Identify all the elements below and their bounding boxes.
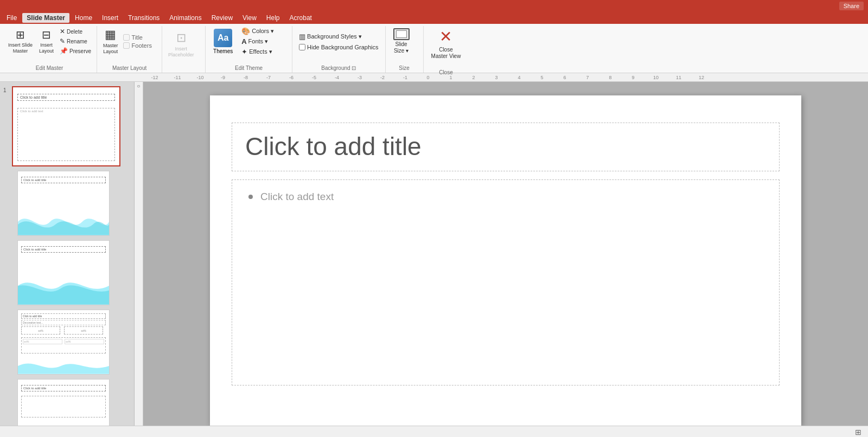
- insert-slide-master-button[interactable]: ⊞ Insert SlideMaster: [5, 27, 35, 55]
- slide-thumbnail-2[interactable]: Click to add title: [12, 171, 131, 236]
- edit-master-label: Edit Master: [5, 65, 93, 73]
- bullet-dot: [248, 195, 253, 199]
- themes-button[interactable]: Aa Themes: [209, 28, 237, 55]
- menu-file[interactable]: File: [2, 13, 21, 23]
- ribbon-group-size: SlideSize ▾ Size: [386, 26, 424, 73]
- slide-thumb-img-5: Click to add title: [17, 379, 110, 426]
- slide-panel: 1 Click to add title Click to add text C…: [0, 82, 135, 426]
- master-layout-button[interactable]: ▦ MasterLayout: [100, 27, 121, 56]
- close-master-icon: ✕: [437, 27, 455, 46]
- ribbon: ⊞ Insert SlideMaster ⊟ InsertLayout ✕ De…: [0, 24, 868, 73]
- main-slide: Click to add title Click to add text: [210, 95, 801, 426]
- theme-options-stack: 🎨 Colors ▾ A Fonts ▾ ✦ Effects ▾: [238, 27, 277, 56]
- effects-icon: ✦: [241, 48, 247, 56]
- preserve-icon: 📌: [60, 47, 68, 55]
- menu-view[interactable]: View: [238, 13, 261, 23]
- close-label: Close: [427, 69, 465, 77]
- menu-animations[interactable]: Animations: [165, 13, 206, 23]
- title-checkbox[interactable]: [123, 34, 130, 41]
- background-label: Background ⊡: [296, 65, 381, 73]
- slide-thumb-img-1: Click to add title Click to add text: [12, 86, 120, 166]
- ribbon-group-buttons-edit-theme: Aa Themes 🎨 Colors ▾ A Fonts ▾ ✦ Ef: [209, 26, 289, 65]
- themes-icon: Aa: [214, 29, 232, 47]
- background-styles-button[interactable]: ▥ Background Styles ▾: [296, 31, 381, 42]
- slide-thumbnail-4[interactable]: Click to add title Decorative text... xx…: [12, 310, 131, 375]
- insert-layout-icon: ⊟: [42, 28, 51, 41]
- hide-bg-checkbox[interactable]: [299, 44, 305, 50]
- insert-placeholder-label: [165, 71, 202, 73]
- slide-thumb-img-2: Click to add title: [17, 171, 110, 236]
- menu-review[interactable]: Review: [207, 13, 237, 23]
- fonts-icon: A: [241, 37, 246, 46]
- rename-icon: ✎: [60, 37, 65, 45]
- menu-home[interactable]: Home: [71, 13, 97, 23]
- preserve-button[interactable]: 📌 Preserve: [58, 47, 93, 55]
- master-layout-label: Master Layout: [100, 65, 158, 73]
- slide-number-1: 1: [3, 87, 7, 93]
- footers-checkbox[interactable]: [123, 42, 130, 49]
- footers-checkbox-label[interactable]: Footers: [123, 42, 152, 49]
- slide-thumb-img-4: Click to add title Decorative text... xx…: [17, 310, 110, 375]
- ribbon-content: ⊞ Insert SlideMaster ⊟ InsertLayout ✕ De…: [0, 24, 868, 73]
- master-layout-checkboxes: Title Footers: [123, 34, 152, 49]
- edit-theme-label: Edit Theme: [209, 65, 289, 73]
- slide-title-placeholder[interactable]: Click to add title: [232, 123, 780, 171]
- status-icon: ⊞: [855, 428, 861, 436]
- delete-button[interactable]: ✕ Delete: [58, 27, 93, 36]
- insert-slide-master-icon: ⊞: [16, 28, 25, 41]
- slide-thumbnail-3[interactable]: Click to add title: [12, 240, 131, 305]
- ribbon-group-insert-placeholder: ⊡ InsertPlaceholder: [162, 26, 206, 73]
- menu-acrobat[interactable]: Acrobat: [285, 13, 316, 23]
- colors-button[interactable]: 🎨 Colors ▾: [238, 27, 277, 36]
- delete-icon: ✕: [60, 28, 65, 35]
- ruler-vertical: 6543210-1-2-3-4-5-6: [135, 82, 143, 426]
- background-styles-icon: ▥: [299, 33, 305, 41]
- share-button[interactable]: Share: [839, 2, 864, 10]
- insert-layout-button[interactable]: ⊟ InsertLayout: [36, 27, 56, 55]
- ribbon-group-buttons-master-layout: ▦ MasterLayout Title Footers: [100, 26, 158, 65]
- ribbon-group-edit-theme: Aa Themes 🎨 Colors ▾ A Fonts ▾ ✦ Ef: [206, 26, 292, 73]
- slide-thumb-img-3: Click to add title: [17, 240, 110, 305]
- slide-title-text: Click to add title: [245, 132, 422, 160]
- ribbon-group-close: ✕ CloseMaster View Close: [424, 26, 469, 73]
- ribbon-group-background: ▥ Background Styles ▾ Hide Background Gr…: [292, 26, 385, 73]
- background-expand-icon[interactable]: ⊡: [352, 65, 356, 71]
- close-master-view-button[interactable]: ✕ CloseMaster View: [427, 26, 465, 61]
- slide-content-placeholder[interactable]: Click to add text: [232, 179, 780, 385]
- menu-bar: File Slide Master Home Insert Transition…: [0, 12, 868, 24]
- ribbon-group-master-layout: ▦ MasterLayout Title Footers Master Layo…: [97, 26, 162, 73]
- slide-thumbnail-5[interactable]: Click to add title: [12, 379, 131, 426]
- menu-transitions[interactable]: Transitions: [124, 13, 164, 23]
- menu-slide-master[interactable]: Slide Master: [22, 13, 69, 23]
- hide-bg-button[interactable]: Hide Background Graphics: [296, 43, 381, 52]
- slide-content-row: Click to add text: [248, 191, 763, 203]
- size-label: Size: [389, 65, 420, 73]
- insert-placeholder-icon: ⊡: [176, 31, 186, 45]
- ribbon-group-edit-master: ⊞ Insert SlideMaster ⊟ InsertLayout ✕ De…: [2, 26, 97, 73]
- title-bar: Share: [0, 0, 868, 12]
- master-layout-icon: ▦: [105, 28, 116, 42]
- colors-icon: 🎨: [241, 27, 250, 35]
- menu-help[interactable]: Help: [262, 13, 284, 23]
- status-bar: ⊞: [0, 426, 868, 437]
- ribbon-group-buttons-background: ▥ Background Styles ▾ Hide Background Gr…: [296, 26, 381, 65]
- slide-thumbnail-1[interactable]: 1 Click to add title Click to add text: [12, 86, 131, 166]
- title-checkbox-label[interactable]: Title: [123, 34, 152, 41]
- main-content: 1 Click to add title Click to add text C…: [0, 82, 868, 426]
- effects-button[interactable]: ✦ Effects ▾: [238, 47, 277, 56]
- slide-size-button[interactable]: SlideSize ▾: [389, 27, 414, 55]
- slide-size-icon: [393, 28, 410, 40]
- fonts-button[interactable]: A Fonts ▾: [238, 37, 277, 46]
- slide-scroll-area: Click to add title Click to add text: [143, 82, 868, 426]
- edit-master-stack: ✕ Delete ✎ Rename 📌 Preserve: [58, 27, 93, 55]
- slide-content-text: Click to add text: [260, 191, 334, 203]
- rename-button[interactable]: ✎ Rename: [58, 37, 93, 46]
- menu-insert[interactable]: Insert: [98, 13, 123, 23]
- ribbon-group-buttons-edit-master: ⊞ Insert SlideMaster ⊟ InsertLayout ✕ De…: [5, 26, 93, 65]
- insert-placeholder-button[interactable]: ⊡ InsertPlaceholder: [165, 30, 197, 59]
